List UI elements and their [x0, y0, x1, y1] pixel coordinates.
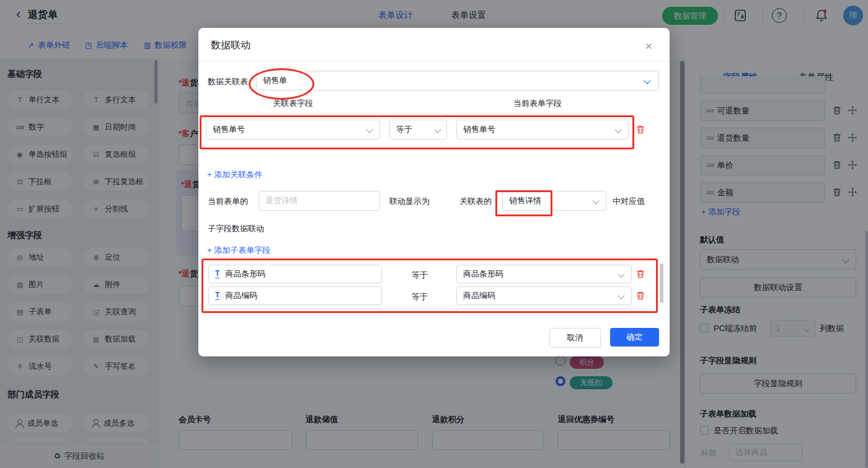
chevron-down-icon [592, 197, 599, 204]
modal-header-divider [198, 61, 670, 61]
confirm-button[interactable]: 确定 [610, 328, 659, 347]
corresponding-value-label: 中对应值 [613, 196, 645, 207]
annotation-box-subrows [202, 258, 658, 313]
annotation-box-condition-row [200, 115, 634, 149]
chevron-down-icon [644, 77, 650, 84]
annotation-box-related-field [495, 190, 552, 216]
relation-table-select[interactable]: 销售单 [256, 71, 659, 91]
delete-condition-icon[interactable] [636, 125, 645, 135]
relation-table-label: 数据关联表 [208, 76, 248, 87]
display-as-label: 联动显示为 [389, 196, 430, 207]
current-form-field-input[interactable]: 退货详情 [259, 191, 380, 211]
add-subform-field-link[interactable]: + 添加子表单字段 [207, 245, 270, 256]
annotation-ellipse-relation-table [249, 68, 314, 100]
subfield-linkage-title: 子字段数据联动 [208, 223, 264, 234]
column-header-current-field: 当前表单字段 [513, 98, 562, 109]
modal-title: 数据联动 [211, 39, 250, 52]
cancel-button[interactable]: 取消 [549, 328, 601, 348]
app-window: ‹ 退货单 表单设计 表单设置 数据管理 ? 理 ↗ 表单外链 ◳ 后端脚本 ▥… [0, 0, 868, 468]
current-form-label: 当前表单的 [208, 196, 248, 207]
add-condition-link[interactable]: + 添加关联条件 [207, 169, 262, 180]
modal-scrollbar[interactable] [660, 263, 663, 303]
related-table-label: 关联表的 [459, 196, 492, 207]
close-icon[interactable]: ✕ [645, 41, 653, 52]
